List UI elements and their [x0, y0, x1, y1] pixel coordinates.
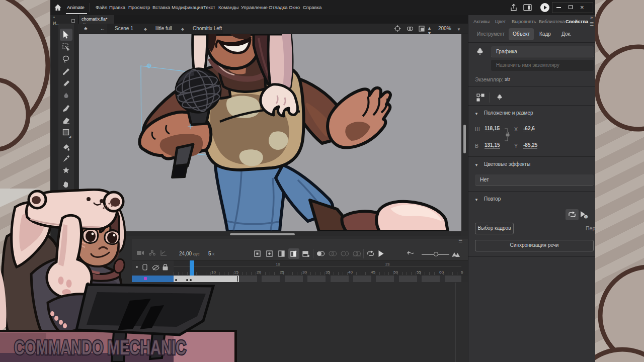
- svg-text:1: 1: [585, 215, 587, 219]
- svg-text:COMMANDO MECHANIC: COMMANDO MECHANIC: [14, 336, 186, 359]
